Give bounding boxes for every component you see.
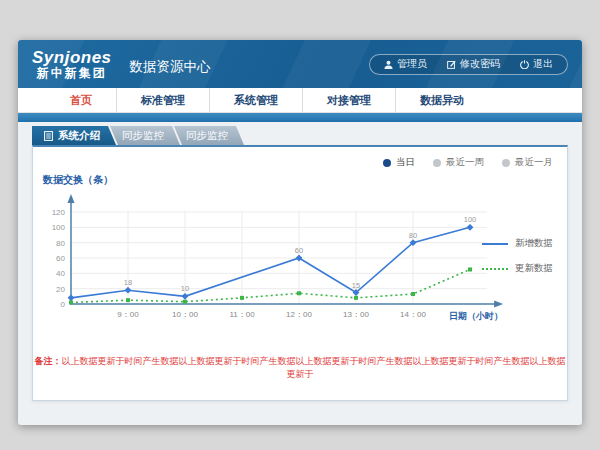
company-logo: Synjones 新中新集团 — [32, 49, 112, 79]
svg-text:18: 18 — [124, 278, 132, 287]
filter-today[interactable]: 当日 — [383, 156, 415, 169]
footnote-prefix: 备注： — [35, 356, 62, 366]
svg-text:14：00: 14：00 — [400, 310, 426, 319]
tab-bar: 系统介绍 同步监控 同步监控 — [32, 126, 238, 145]
change-password-button[interactable]: 修改密码 — [437, 55, 510, 74]
green-dotted-swatch-icon — [482, 268, 508, 270]
svg-text:80: 80 — [409, 231, 417, 240]
content-area: 系统介绍 同步监控 同步监控 当日 最近一周 — [18, 122, 582, 425]
svg-text:40: 40 — [56, 269, 65, 278]
svg-text:0: 0 — [61, 300, 66, 309]
tab-label: 同步监控 — [186, 129, 228, 143]
logo-text: Synjones — [32, 49, 112, 67]
svg-text:12：00: 12：00 — [286, 310, 312, 319]
tab-sync-monitor-1[interactable]: 同步监控 — [110, 126, 180, 145]
tab-sync-monitor-2[interactable]: 同步监控 — [174, 126, 244, 145]
legend-new-data[interactable]: 新增数据 — [482, 237, 553, 250]
series-legend: 新增数据 更新数据 — [482, 237, 553, 275]
tab-label: 系统介绍 — [58, 129, 100, 143]
user-toolbar: 管理员 修改密码 退出 — [369, 54, 568, 75]
document-icon — [44, 131, 53, 141]
nav-accent-bar — [18, 113, 582, 122]
admin-user-label: 管理员 — [397, 57, 427, 71]
svg-text:15: 15 — [352, 281, 360, 290]
admin-user-button[interactable]: 管理员 — [374, 55, 437, 74]
svg-text:80: 80 — [56, 239, 65, 248]
nav-item-home[interactable]: 首页 — [46, 88, 117, 112]
radio-dot-icon — [502, 159, 510, 167]
footnote-text: 以上数据更新于时间产生数据以上数据更新于时间产生数据以上数据更新于时间产生数据以… — [62, 356, 566, 379]
page-title: 数据资源中心 — [130, 58, 211, 76]
filter-last-week[interactable]: 最近一周 — [433, 156, 484, 169]
blue-line-swatch-icon — [482, 243, 508, 245]
svg-text:日期（小时）: 日期（小时） — [449, 311, 503, 321]
chart-card: 当日 最近一周 最近一月 数据交换（条） 0204060801001209：00… — [32, 145, 568, 401]
user-icon — [384, 60, 393, 69]
radio-dot-icon — [433, 159, 441, 167]
nav-item-data-change[interactable]: 数据异动 — [396, 88, 488, 112]
app-window: Synjones 新中新集团 数据资源中心 管理员 修改密码 退出 首页 标准管… — [18, 40, 582, 425]
svg-text:10: 10 — [181, 284, 189, 293]
filter-label: 当日 — [396, 156, 415, 169]
filter-label: 最近一周 — [446, 156, 484, 169]
power-icon — [520, 60, 529, 69]
svg-text:120: 120 — [52, 208, 66, 217]
main-nav: 首页 标准管理 系统管理 对接管理 数据异动 — [18, 88, 582, 113]
time-range-filter: 当日 最近一周 最近一月 — [383, 156, 553, 169]
logout-label: 退出 — [533, 57, 553, 71]
chart-canvas: 0204060801001209：0010：0011：0012：0013：001… — [37, 189, 507, 344]
line-chart: 0204060801001209：0010：0011：0012：0013：001… — [37, 189, 507, 344]
logout-button[interactable]: 退出 — [510, 55, 563, 74]
filter-label: 最近一月 — [515, 156, 553, 169]
svg-text:60: 60 — [295, 246, 303, 255]
legend-label: 新增数据 — [515, 237, 553, 250]
svg-text:60: 60 — [56, 254, 65, 263]
radio-dot-icon — [383, 159, 391, 167]
svg-text:20: 20 — [56, 285, 65, 294]
y-axis-title: 数据交换（条） — [43, 173, 113, 187]
footnote: 备注：以上数据更新于时间产生数据以上数据更新于时间产生数据以上数据更新于时间产生… — [33, 355, 567, 381]
svg-text:100: 100 — [52, 223, 66, 232]
tab-system-intro[interactable]: 系统介绍 — [32, 126, 116, 145]
nav-item-interface-mgmt[interactable]: 对接管理 — [303, 88, 396, 112]
svg-text:13：00: 13：00 — [343, 310, 369, 319]
svg-text:11：00: 11：00 — [229, 310, 255, 319]
legend-label: 更新数据 — [515, 262, 553, 275]
svg-text:100: 100 — [464, 215, 477, 224]
nav-item-system-mgmt[interactable]: 系统管理 — [210, 88, 303, 112]
svg-text:9：00: 9：00 — [117, 310, 139, 319]
logo-subtext: 新中新集团 — [37, 67, 107, 80]
legend-update-data[interactable]: 更新数据 — [482, 262, 553, 275]
app-header: Synjones 新中新集团 数据资源中心 管理员 修改密码 退出 — [18, 40, 582, 88]
tab-label: 同步监控 — [122, 129, 164, 143]
change-password-label: 修改密码 — [460, 57, 500, 71]
nav-item-standard-mgmt[interactable]: 标准管理 — [117, 88, 210, 112]
edit-icon — [447, 60, 456, 69]
svg-text:10：00: 10：00 — [172, 310, 198, 319]
filter-last-month[interactable]: 最近一月 — [502, 156, 553, 169]
